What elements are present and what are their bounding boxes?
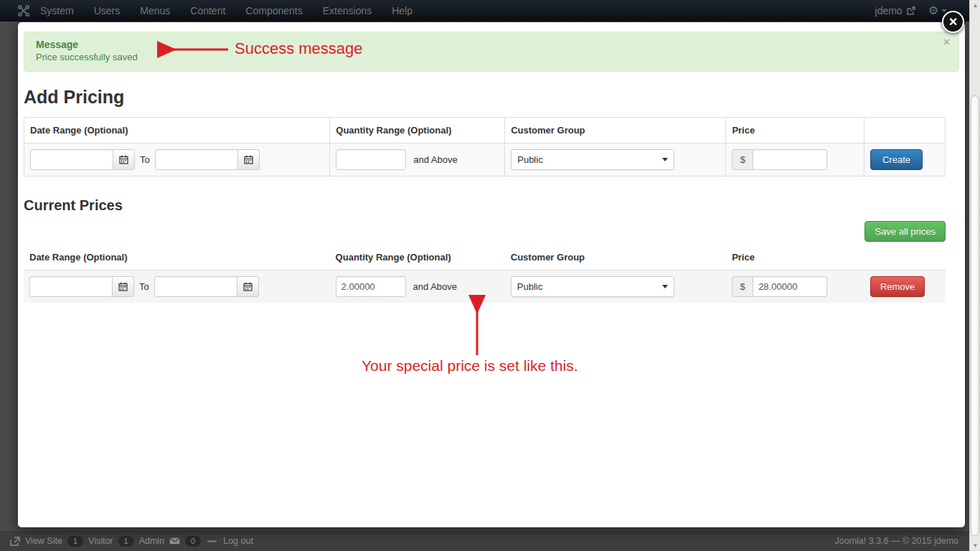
header-actions: [864, 118, 945, 143]
user-menu-label: jdemo: [875, 5, 903, 17]
date-to-calendar-button[interactable]: [237, 276, 259, 297]
save-all-prices-button[interactable]: Save all prices: [864, 221, 946, 242]
current-prices-title: Current Prices: [24, 197, 946, 214]
current-prices-table: Date Range (Optional) Quantity Range (Op…: [24, 245, 946, 303]
user-menu[interactable]: jdemo: [875, 5, 915, 17]
view-site-icon: [10, 537, 20, 546]
date-from-input[interactable]: [29, 276, 113, 297]
visitor-count-badge: 1: [67, 536, 83, 547]
current-price-row: To and Above Public: [24, 270, 946, 303]
admin-count-badge: 1: [118, 536, 134, 547]
nav-item-system[interactable]: System: [40, 5, 74, 17]
header-quantity-range: Quantity Range (Optional): [330, 118, 505, 143]
customer-group-select[interactable]: Public: [511, 276, 674, 297]
scrollbar-up-arrow[interactable]: ▲: [970, 0, 980, 11]
pricing-modal: Message Price successfully saved × Add P…: [18, 22, 965, 527]
date-to-input[interactable]: [155, 149, 238, 170]
to-label: To: [140, 154, 150, 165]
and-above-label: and Above: [413, 281, 457, 292]
calendar-icon: [243, 282, 253, 291]
mail-icon: [169, 537, 180, 545]
visitor-label: Visitor: [88, 536, 113, 546]
nav-item-menus[interactable]: Menus: [140, 5, 170, 17]
special-price-annotation-text: Your special price is set like this.: [362, 357, 578, 375]
logout-link[interactable]: Log out: [223, 536, 253, 546]
page-title: Add Pricing: [24, 87, 946, 107]
nav-menu: System Users Menus Content Components Ex…: [40, 5, 413, 17]
nav-item-users[interactable]: Users: [94, 5, 121, 17]
admin-navbar: System Users Menus Content Components Ex…: [0, 0, 980, 22]
remove-button[interactable]: Remove: [870, 276, 925, 297]
header-customer-group: Customer Group: [505, 245, 726, 270]
scrollbar-down-arrow[interactable]: ▼: [970, 540, 980, 551]
page-scrollbar[interactable]: ▲ ▼: [969, 0, 980, 551]
calendar-icon: [118, 282, 128, 291]
add-pricing-table: Date Range (Optional) Quantity Range (Op…: [24, 117, 946, 176]
header-price: Price: [726, 245, 864, 270]
currency-addon: $: [732, 276, 753, 297]
date-from-input[interactable]: [30, 149, 113, 170]
date-to-input[interactable]: [154, 276, 237, 297]
nav-item-help[interactable]: Help: [392, 5, 413, 17]
customer-group-value: Public: [517, 154, 542, 165]
calendar-icon: [119, 155, 128, 164]
add-pricing-header-row: Date Range (Optional) Quantity Range (Op…: [24, 118, 946, 143]
to-label: To: [139, 281, 149, 292]
price-input[interactable]: [753, 149, 827, 170]
nav-item-content[interactable]: Content: [190, 5, 225, 17]
mail-count-badge: 0: [185, 536, 201, 547]
select-caret-icon: [662, 285, 668, 288]
caret-down-icon: [941, 9, 947, 12]
dash-icon: [207, 540, 217, 542]
quantity-input[interactable]: [336, 149, 406, 170]
alert-title: Message: [36, 38, 933, 51]
nav-item-extensions[interactable]: Extensions: [323, 5, 372, 17]
alert-close-icon[interactable]: ×: [943, 37, 950, 48]
header-customer-group: Customer Group: [505, 118, 726, 143]
header-actions: [864, 245, 946, 270]
view-site-link[interactable]: View Site: [25, 536, 62, 546]
external-link-icon: [907, 6, 915, 15]
success-alert: Message Price successfully saved ×: [24, 32, 959, 72]
nav-item-components[interactable]: Components: [245, 5, 302, 17]
date-to-calendar-button[interactable]: [237, 149, 260, 170]
add-pricing-form-row: To and Above Public: [24, 143, 946, 176]
price-input[interactable]: [753, 276, 827, 297]
customer-group-value: Public: [517, 281, 542, 292]
scrollbar-thumb[interactable]: [971, 95, 979, 536]
joomla-logo-icon: [17, 4, 30, 17]
select-caret-icon: [662, 158, 668, 161]
footer-version-text: Joomla! 3.3.6 — © 2015 jdemo: [835, 536, 959, 546]
create-button[interactable]: Create: [870, 149, 923, 170]
header-price: Price: [726, 118, 864, 143]
header-date-range: Date Range (Optional): [24, 118, 330, 143]
date-from-calendar-button[interactable]: [113, 149, 135, 170]
admin-statusbar: View Site 1 Visitor 1 Admin 0 Log out Jo…: [0, 531, 980, 551]
current-prices-header-row: Date Range (Optional) Quantity Range (Op…: [24, 245, 946, 270]
calendar-icon: [244, 155, 253, 164]
gear-icon: ⚙: [928, 5, 938, 17]
and-above-label: and Above: [413, 154, 457, 165]
currency-addon: $: [732, 149, 753, 170]
modal-close-button[interactable]: ×: [942, 11, 964, 33]
quantity-input[interactable]: [336, 276, 406, 297]
header-date-range: Date Range (Optional): [24, 245, 330, 270]
customer-group-select[interactable]: Public: [511, 149, 674, 170]
alert-message: Price successfully saved: [36, 51, 933, 64]
admin-label: Admin: [139, 536, 164, 546]
date-from-calendar-button[interactable]: [112, 276, 134, 297]
header-quantity-range: Quantity Range (Optional): [330, 245, 505, 270]
